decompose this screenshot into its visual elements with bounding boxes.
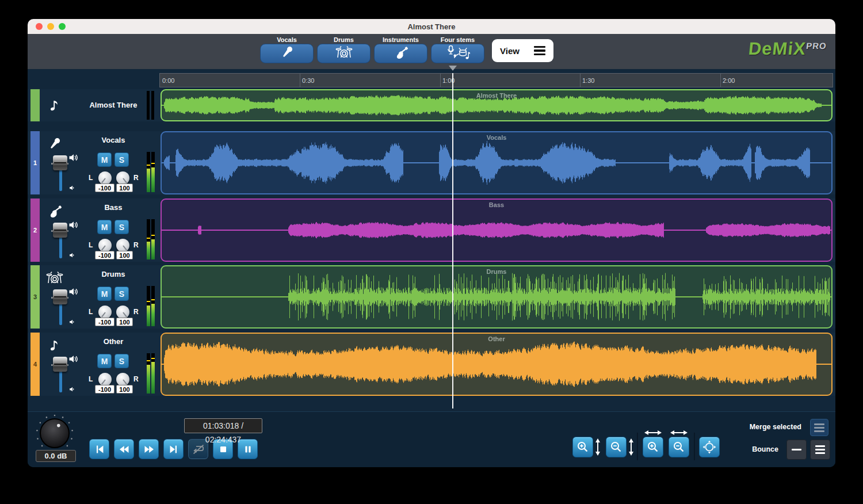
track-header[interactable]: Drums M S L R -100 100 (40, 265, 159, 329)
pan-left-knob[interactable] (98, 171, 112, 185)
track-color-strip: 2 (30, 198, 40, 262)
ruler-tick (440, 74, 441, 87)
level-meter-right (151, 152, 155, 192)
mute-button[interactable]: M (97, 287, 112, 301)
audio-clip[interactable]: Vocals (161, 131, 833, 194)
vocals-separation-button[interactable] (260, 44, 314, 63)
mute-button[interactable]: M (97, 220, 112, 234)
demix-pro-logo: DeMiXPRO (747, 39, 827, 59)
track-color-strip: 4 (30, 333, 40, 396)
audio-clip[interactable]: Almost There (161, 89, 833, 121)
clip-label: Drums (162, 268, 831, 275)
zoom-out-vertical-button[interactable] (606, 437, 627, 457)
pan-right-knob[interactable] (116, 373, 129, 386)
drums-separation-button[interactable] (317, 44, 371, 63)
four-stems-separation-button[interactable] (431, 44, 484, 63)
skip-to-start-button[interactable] (89, 439, 109, 459)
track-name: Other (73, 337, 154, 346)
mute-button[interactable]: M (97, 354, 112, 368)
track-header[interactable]: Vocals M S L R -100 100 (40, 131, 159, 194)
merge-selected-button[interactable] (810, 419, 828, 436)
pan-right-value[interactable]: 100 (116, 251, 133, 259)
pan-left-knob[interactable] (98, 373, 112, 386)
fader-handle[interactable] (53, 357, 67, 372)
pan-left-value[interactable]: -100 (95, 385, 114, 394)
volume-loud-icon (68, 286, 79, 300)
pan-right-knob[interactable] (116, 171, 129, 185)
track-name: Bass (73, 203, 154, 212)
four-stems-icon (446, 44, 470, 63)
solo-button[interactable]: S (114, 287, 129, 301)
music-note-icon (44, 336, 65, 354)
zoom-to-fit-button[interactable] (699, 437, 720, 457)
fader-handle[interactable] (53, 223, 67, 238)
volume-fader[interactable] (51, 152, 68, 192)
waveform (162, 266, 831, 327)
playhead-marker[interactable] (449, 66, 457, 71)
bounce-label: Bounce (747, 445, 778, 453)
volume-fader[interactable] (51, 286, 68, 326)
pan-left-knob[interactable] (98, 239, 112, 252)
menu-icon (534, 46, 545, 56)
zoom-in-vertical-button[interactable] (572, 437, 593, 457)
rewind-button[interactable] (114, 439, 134, 459)
solo-button[interactable]: S (114, 220, 129, 234)
pan-right-knob[interactable] (116, 306, 129, 319)
pan-left-value[interactable]: -100 (95, 318, 114, 326)
app-window: Almost There Vocals Drums Instruments Fo… (28, 19, 835, 467)
track-number: 4 (33, 361, 37, 368)
titlebar: Almost There (28, 19, 835, 34)
level-meter-left (147, 353, 150, 394)
level-meter-right (151, 219, 155, 259)
drums-icon (44, 269, 65, 287)
bounce-single-button[interactable] (786, 440, 807, 460)
pan-right-knob[interactable] (116, 239, 129, 252)
pan-left-knob[interactable] (98, 306, 112, 319)
timeline-ruler[interactable]: 0:000:301:001:302:00 (159, 73, 833, 87)
zoom-in-horizontal-button[interactable] (643, 437, 663, 457)
solo-button[interactable]: S (114, 152, 129, 167)
waveform (162, 132, 831, 193)
track-number: 3 (33, 293, 37, 300)
audio-clip[interactable]: Bass (161, 198, 833, 262)
level-meter-right (151, 353, 155, 394)
volume-fader[interactable] (51, 353, 68, 394)
fader-handle[interactable] (53, 289, 67, 304)
audio-clip[interactable]: Other (161, 333, 833, 396)
guitar-icon (44, 202, 65, 220)
audio-clip[interactable]: Drums (161, 265, 833, 329)
pan-right-value[interactable]: 100 (116, 318, 133, 326)
track-number: 2 (33, 227, 37, 234)
fader-handle[interactable] (53, 155, 67, 170)
microphone-icon (44, 135, 65, 153)
view-button[interactable]: View (492, 39, 553, 62)
microphone-icon (280, 45, 295, 62)
pan-right-value[interactable]: 100 (116, 184, 133, 192)
solo-button[interactable]: S (114, 354, 129, 368)
clip-label: Other (162, 335, 831, 342)
volume-fader[interactable] (51, 219, 68, 259)
clip-label: Bass (162, 201, 831, 208)
pan-left-value[interactable]: -100 (95, 251, 114, 259)
zoom-out-horizontal-button[interactable] (669, 437, 689, 457)
view-button-label: View (500, 46, 520, 56)
track-header[interactable]: Bass M S L R -100 100 (40, 198, 159, 262)
ruler-tick (300, 74, 300, 87)
mute-button[interactable]: M (97, 152, 112, 167)
stem-button-label: Four stems (441, 36, 475, 44)
track-name: Almost There (73, 101, 154, 109)
track-color-strip: 1 (30, 131, 40, 194)
pan-left-value[interactable]: -100 (95, 184, 114, 192)
track-header[interactable]: Other M S L R -100 100 (40, 333, 159, 396)
track-color-strip: 3 (30, 265, 40, 329)
track-header[interactable]: Almost There (40, 89, 159, 121)
skip-to-end-button[interactable] (163, 439, 184, 459)
pan-right-value[interactable]: 100 (116, 385, 133, 394)
bounce-multi-button[interactable] (810, 440, 830, 460)
instruments-separation-button[interactable] (374, 44, 427, 63)
pan-right-label: R (133, 375, 139, 383)
pan-right-label: R (133, 241, 139, 249)
vertical-arrow-icon (628, 438, 635, 458)
fast-forward-button[interactable] (139, 439, 159, 459)
stem-button-label: Vocals (277, 36, 297, 44)
